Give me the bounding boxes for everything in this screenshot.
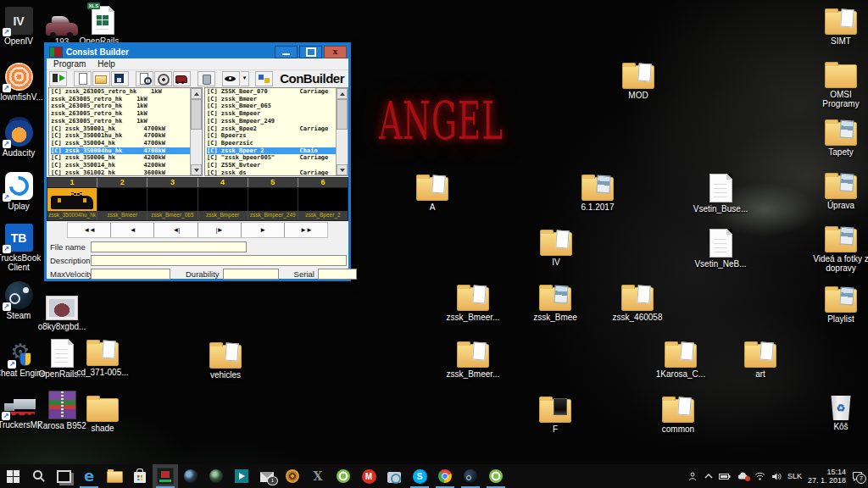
desktop-icon-zssk-bmee[interactable]: zssk_Bmee <box>525 282 586 322</box>
people-icon[interactable] <box>688 471 698 481</box>
desktop-icon-1karosa[interactable]: 1Karosa_C... <box>650 339 711 379</box>
consist-entry[interactable]: [C] ZSSK_Bvteer <box>207 162 337 169</box>
desktop-icon-clownfish[interactable]: ↗ClownfishV... <box>0 63 49 102</box>
taskbar-skype[interactable]: S <box>407 464 432 488</box>
file-name-input[interactable] <box>91 241 247 252</box>
consist-entry[interactable]: [C] zssk_361002_hk 3600kW <box>51 169 191 175</box>
toolbar-trash-button[interactable] <box>198 71 215 86</box>
consist-slot-2[interactable] <box>97 188 147 211</box>
scroll-thumb[interactable] <box>337 99 348 130</box>
desktop-icon-zssk-460058[interactable]: zssk_460058 <box>607 282 668 322</box>
maximize-button[interactable] <box>299 46 322 58</box>
durability-input[interactable] <box>223 269 279 280</box>
serial-input[interactable] <box>318 269 357 280</box>
consist-entry[interactable]: [C] zssk_Bmeer_065 <box>207 103 337 110</box>
desktop-icon-f-folder[interactable]: F <box>525 394 586 434</box>
taskbar-camera-app[interactable] <box>381 464 407 488</box>
consist-entry[interactable]: [C] zssk_Bmpeer <box>207 110 337 118</box>
consist-entry[interactable]: zssk_263005_retro_hk 1kW <box>51 118 191 125</box>
consist-slot-1[interactable] <box>47 188 97 211</box>
desktop-icon-shade[interactable]: shade <box>72 393 133 433</box>
consist-slot-6[interactable] <box>298 188 348 211</box>
nav-button-5[interactable]: ►► <box>285 223 327 237</box>
desktop-icon-kos[interactable]: ♻Kôš <box>810 391 868 431</box>
scroll-up-button[interactable] <box>337 88 348 99</box>
engine-list-scrollbar[interactable] <box>190 88 202 175</box>
wifi-icon[interactable] <box>754 472 765 480</box>
desktop-icon-date-folder[interactable]: 6.1.2017 <box>567 172 628 212</box>
desktop-icon-art[interactable]: art <box>730 339 791 379</box>
taskbar-game-gold[interactable] <box>280 464 305 488</box>
close-button[interactable]: x <box>324 46 347 58</box>
desktop-icon-audacity[interactable]: ↗Audacity <box>0 119 49 158</box>
consist-entry[interactable]: [C] zssk_263005_retro_hk 1kW <box>51 88 191 96</box>
wagon-list[interactable]: [C] ZSSK_Beer_070 Carriage[C] zssk_Bmeer… <box>205 88 337 175</box>
toolbar-eye-button[interactable] <box>222 71 240 86</box>
toolbar-train-button[interactable] <box>173 71 191 86</box>
desktop-icon-o8ky8xgbd[interactable]: o8ky8xgbd... <box>31 290 92 331</box>
taskbar-gmail[interactable]: M <box>356 464 381 488</box>
consist-entry[interactable]: [C] zssk_350001hu_hk 4700kW <box>51 132 191 140</box>
taskbar-app-sphere-1[interactable] <box>178 464 203 488</box>
taskbar-steam-app[interactable] <box>458 464 483 488</box>
desktop-icon-vsetin-neb[interactable]: Vsetin_NeB... <box>690 227 751 269</box>
title-bar[interactable]: Consist Builder x <box>47 45 348 58</box>
desktop-icon-zssk-bmeer-2[interactable]: zssk_Bmeer... <box>442 339 504 379</box>
consist-entry[interactable]: [C] zssk_350001_hk 4700kW <box>51 125 191 133</box>
consist-entry[interactable]: [C] zssk_350006_hk 4200kW <box>51 154 191 162</box>
desktop-icon-simt[interactable]: SIMT <box>810 6 868 46</box>
desktop-icon-cd-371[interactable]: cd_371-005... <box>72 337 133 377</box>
toolbar-save-button[interactable] <box>111 71 129 86</box>
desktop-icon-videa[interactable]: Videá a fotky z dopravy <box>810 224 868 273</box>
nav-button-1[interactable]: ◄ <box>111 223 154 237</box>
desktop-icon-trucksbook[interactable]: TB↗TrucksBook Client <box>0 224 49 272</box>
toolbar-new-button[interactable] <box>74 71 92 86</box>
toolbar-convert-button[interactable] <box>255 71 273 86</box>
consist-entry[interactable]: zssk_263005_retro_hk 1kW <box>51 103 191 110</box>
consist-entry[interactable]: [C] zssk_350004_hk 4700kW <box>51 140 191 147</box>
consist-entry[interactable]: [C] Bpeerzsic <box>207 140 337 147</box>
desktop-icon-vehicles[interactable]: vehicles <box>195 340 256 380</box>
desktop-icon-openrails-xls[interactable]: XLSOpenRails... <box>72 4 133 46</box>
desktop-icon-tapety[interactable]: Tapety <box>810 117 868 157</box>
taskbar-task-view[interactable] <box>51 464 76 488</box>
consist-entry[interactable]: [C] zssk_Bmpeer_249 <box>207 118 337 125</box>
description-input[interactable] <box>91 255 347 266</box>
scroll-down-button[interactable] <box>337 164 348 175</box>
nav-button-0[interactable]: ◄◄ <box>68 223 111 237</box>
consist-entry[interactable]: [C] Bpeerzs <box>207 132 337 140</box>
desktop-icon-uplay[interactable]: ↗Uplay <box>0 172 49 211</box>
menu-program[interactable]: Program <box>53 59 86 69</box>
desktop-icon-uprava[interactable]: Úprava <box>810 170 868 210</box>
toolbar-compass-button[interactable] <box>154 71 172 86</box>
engine-list[interactable]: [C] zssk_263005_retro_hk 1kWzssk_263005_… <box>49 88 191 175</box>
minimize-button[interactable] <box>275 46 298 58</box>
taskbar-mail[interactable]: 1 <box>254 464 280 488</box>
wagon-list-scrollbar[interactable] <box>336 88 348 175</box>
taskbar-consist-builder[interactable] <box>153 464 178 488</box>
consist-entry[interactable]: [C] zssk_Bmeer <box>207 96 337 103</box>
scroll-up-button[interactable] <box>191 88 202 99</box>
consist-entry[interactable]: [C] zssk_Bpeer 2 Chain <box>207 147 337 155</box>
desktop-icon-common[interactable]: common <box>648 394 709 434</box>
hidden-icons-chevron[interactable] <box>704 473 713 480</box>
consist-entry[interactable]: [C] ZSSK_Beer_070 Carriage <box>207 88 337 96</box>
taskbar-obs-2[interactable] <box>483 464 509 488</box>
desktop-icon-omsi-programy[interactable]: OMSI Programy <box>810 59 868 108</box>
taskbar-chrome[interactable] <box>432 464 458 488</box>
action-center-icon[interactable]: 7 <box>852 471 863 481</box>
clock[interactable]: 15:14 27. 1. 2018 <box>808 468 846 485</box>
language-indicator[interactable]: SLK <box>787 472 802 480</box>
taskbar-app-x[interactable]: X <box>305 464 331 488</box>
toolbar-open-button[interactable] <box>92 71 110 86</box>
onedrive-cloud-icon[interactable] <box>737 472 748 480</box>
desktop-icon-playlist[interactable]: Playlist <box>810 284 868 324</box>
desktop-icon-a-folder[interactable]: A <box>402 172 463 212</box>
consist-entry[interactable]: zssk_263005_retro_hk 1kW <box>51 96 191 103</box>
toolbar-exit-button[interactable] <box>49 71 67 86</box>
volume-icon[interactable] <box>771 472 782 481</box>
taskbar-search[interactable] <box>25 464 51 488</box>
consist-entry[interactable]: [C] "zssk_bpeer005" Carriage <box>207 154 337 162</box>
desktop-icon-iv-folder[interactable]: IV <box>526 227 587 267</box>
nav-button-2[interactable]: ◄| <box>154 223 198 237</box>
